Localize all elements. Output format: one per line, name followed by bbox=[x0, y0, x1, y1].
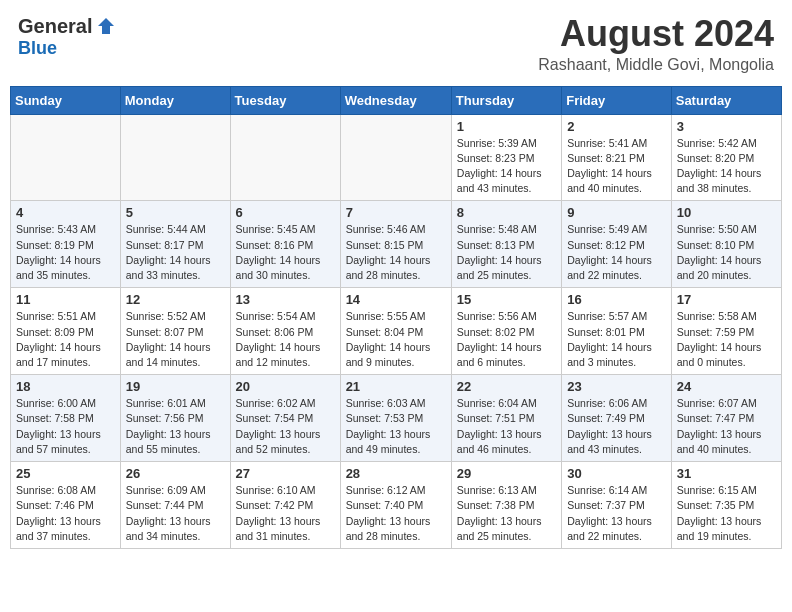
day-info-line: Sunrise: 5:56 AM bbox=[457, 309, 556, 324]
calendar-cell: 11Sunrise: 5:51 AMSunset: 8:09 PMDayligh… bbox=[11, 288, 121, 375]
day-info-line: Sunrise: 6:13 AM bbox=[457, 483, 556, 498]
day-info-line: Sunrise: 6:08 AM bbox=[16, 483, 115, 498]
calendar-cell: 31Sunrise: 6:15 AMSunset: 7:35 PMDayligh… bbox=[671, 462, 781, 549]
day-info-line: Daylight: 14 hours bbox=[16, 253, 115, 268]
day-info-line: and 38 minutes. bbox=[677, 181, 776, 196]
logo: General Blue bbox=[18, 14, 118, 59]
calendar-cell: 1Sunrise: 5:39 AMSunset: 8:23 PMDaylight… bbox=[451, 114, 561, 201]
day-info-line: Sunrise: 5:45 AM bbox=[236, 222, 335, 237]
calendar-cell: 9Sunrise: 5:49 AMSunset: 8:12 PMDaylight… bbox=[562, 201, 672, 288]
day-info-line: Sunrise: 5:44 AM bbox=[126, 222, 225, 237]
calendar-cell: 28Sunrise: 6:12 AMSunset: 7:40 PMDayligh… bbox=[340, 462, 451, 549]
day-number: 6 bbox=[236, 205, 335, 220]
day-of-week-header: Sunday bbox=[11, 86, 121, 114]
day-of-week-header: Monday bbox=[120, 86, 230, 114]
day-info-line: and 35 minutes. bbox=[16, 268, 115, 283]
day-info-line: Daylight: 14 hours bbox=[677, 340, 776, 355]
day-info-line: Daylight: 13 hours bbox=[567, 427, 666, 442]
calendar-cell: 21Sunrise: 6:03 AMSunset: 7:53 PMDayligh… bbox=[340, 375, 451, 462]
day-number: 18 bbox=[16, 379, 115, 394]
day-of-week-header: Friday bbox=[562, 86, 672, 114]
day-info-line: Daylight: 14 hours bbox=[677, 253, 776, 268]
day-number: 29 bbox=[457, 466, 556, 481]
day-info-line: Sunrise: 6:15 AM bbox=[677, 483, 776, 498]
day-info-line: Sunset: 7:56 PM bbox=[126, 411, 225, 426]
day-info-line: Daylight: 13 hours bbox=[457, 427, 556, 442]
day-info-line: Sunrise: 5:42 AM bbox=[677, 136, 776, 151]
day-number: 21 bbox=[346, 379, 446, 394]
day-info-line: Sunset: 8:01 PM bbox=[567, 325, 666, 340]
day-info-line: Daylight: 14 hours bbox=[457, 340, 556, 355]
day-info-line: and 6 minutes. bbox=[457, 355, 556, 370]
day-info-line: Sunset: 8:17 PM bbox=[126, 238, 225, 253]
calendar-cell: 5Sunrise: 5:44 AMSunset: 8:17 PMDaylight… bbox=[120, 201, 230, 288]
day-info-line: Daylight: 14 hours bbox=[236, 253, 335, 268]
calendar-cell: 2Sunrise: 5:41 AMSunset: 8:21 PMDaylight… bbox=[562, 114, 672, 201]
calendar-cell: 14Sunrise: 5:55 AMSunset: 8:04 PMDayligh… bbox=[340, 288, 451, 375]
day-info-line: Daylight: 13 hours bbox=[16, 514, 115, 529]
calendar-cell bbox=[11, 114, 121, 201]
day-info-line: and 17 minutes. bbox=[16, 355, 115, 370]
day-number: 8 bbox=[457, 205, 556, 220]
day-info-line: and 22 minutes. bbox=[567, 268, 666, 283]
day-number: 4 bbox=[16, 205, 115, 220]
day-info-line: and 12 minutes. bbox=[236, 355, 335, 370]
calendar-cell: 18Sunrise: 6:00 AMSunset: 7:58 PMDayligh… bbox=[11, 375, 121, 462]
day-info-line: and 9 minutes. bbox=[346, 355, 446, 370]
day-number: 12 bbox=[126, 292, 225, 307]
day-info-line: Daylight: 14 hours bbox=[567, 340, 666, 355]
day-info-line: and 40 minutes. bbox=[567, 181, 666, 196]
day-info-line: Sunset: 7:44 PM bbox=[126, 498, 225, 513]
day-number: 5 bbox=[126, 205, 225, 220]
day-info-line: and 57 minutes. bbox=[16, 442, 115, 457]
day-info-line: Sunset: 8:09 PM bbox=[16, 325, 115, 340]
day-info-line: Sunrise: 6:00 AM bbox=[16, 396, 115, 411]
day-info-line: Sunrise: 6:03 AM bbox=[346, 396, 446, 411]
day-info-line: and 19 minutes. bbox=[677, 529, 776, 544]
day-info-line: Sunrise: 6:07 AM bbox=[677, 396, 776, 411]
calendar-week-row: 25Sunrise: 6:08 AMSunset: 7:46 PMDayligh… bbox=[11, 462, 782, 549]
day-number: 23 bbox=[567, 379, 666, 394]
day-info-line: and 25 minutes. bbox=[457, 268, 556, 283]
day-info-line: Sunset: 7:59 PM bbox=[677, 325, 776, 340]
day-number: 13 bbox=[236, 292, 335, 307]
day-info-line: and 22 minutes. bbox=[567, 529, 666, 544]
day-info-line: and 37 minutes. bbox=[16, 529, 115, 544]
day-number: 9 bbox=[567, 205, 666, 220]
day-info-line: Daylight: 14 hours bbox=[457, 166, 556, 181]
day-info-line: Sunrise: 6:12 AM bbox=[346, 483, 446, 498]
day-info-line: and 40 minutes. bbox=[677, 442, 776, 457]
calendar-cell: 19Sunrise: 6:01 AMSunset: 7:56 PMDayligh… bbox=[120, 375, 230, 462]
day-info-line: Sunrise: 6:01 AM bbox=[126, 396, 225, 411]
day-info-line: Daylight: 14 hours bbox=[346, 253, 446, 268]
day-info-line: Sunset: 7:49 PM bbox=[567, 411, 666, 426]
day-info-line: and 55 minutes. bbox=[126, 442, 225, 457]
day-info-line: Sunset: 8:15 PM bbox=[346, 238, 446, 253]
logo-icon bbox=[94, 14, 118, 38]
day-info-line: and 43 minutes. bbox=[567, 442, 666, 457]
calendar-cell: 23Sunrise: 6:06 AMSunset: 7:49 PMDayligh… bbox=[562, 375, 672, 462]
day-of-week-header: Saturday bbox=[671, 86, 781, 114]
day-info-line: Sunrise: 5:50 AM bbox=[677, 222, 776, 237]
calendar-cell: 15Sunrise: 5:56 AMSunset: 8:02 PMDayligh… bbox=[451, 288, 561, 375]
day-info-line: and 28 minutes. bbox=[346, 268, 446, 283]
day-info-line: Sunset: 7:35 PM bbox=[677, 498, 776, 513]
day-number: 20 bbox=[236, 379, 335, 394]
calendar-cell: 20Sunrise: 6:02 AMSunset: 7:54 PMDayligh… bbox=[230, 375, 340, 462]
day-info-line: and 52 minutes. bbox=[236, 442, 335, 457]
day-number: 11 bbox=[16, 292, 115, 307]
day-info-line: Sunrise: 6:14 AM bbox=[567, 483, 666, 498]
day-info-line: Sunrise: 5:52 AM bbox=[126, 309, 225, 324]
day-info-line: and 34 minutes. bbox=[126, 529, 225, 544]
calendar-cell: 7Sunrise: 5:46 AMSunset: 8:15 PMDaylight… bbox=[340, 201, 451, 288]
day-info-line: Sunset: 8:20 PM bbox=[677, 151, 776, 166]
day-info-line: Daylight: 13 hours bbox=[16, 427, 115, 442]
day-info-line: and 31 minutes. bbox=[236, 529, 335, 544]
day-info-line: and 0 minutes. bbox=[677, 355, 776, 370]
calendar-cell: 3Sunrise: 5:42 AMSunset: 8:20 PMDaylight… bbox=[671, 114, 781, 201]
day-info-line: Sunrise: 6:06 AM bbox=[567, 396, 666, 411]
day-number: 30 bbox=[567, 466, 666, 481]
day-info-line: and 3 minutes. bbox=[567, 355, 666, 370]
calendar-cell: 16Sunrise: 5:57 AMSunset: 8:01 PMDayligh… bbox=[562, 288, 672, 375]
day-info-line: Sunset: 7:38 PM bbox=[457, 498, 556, 513]
